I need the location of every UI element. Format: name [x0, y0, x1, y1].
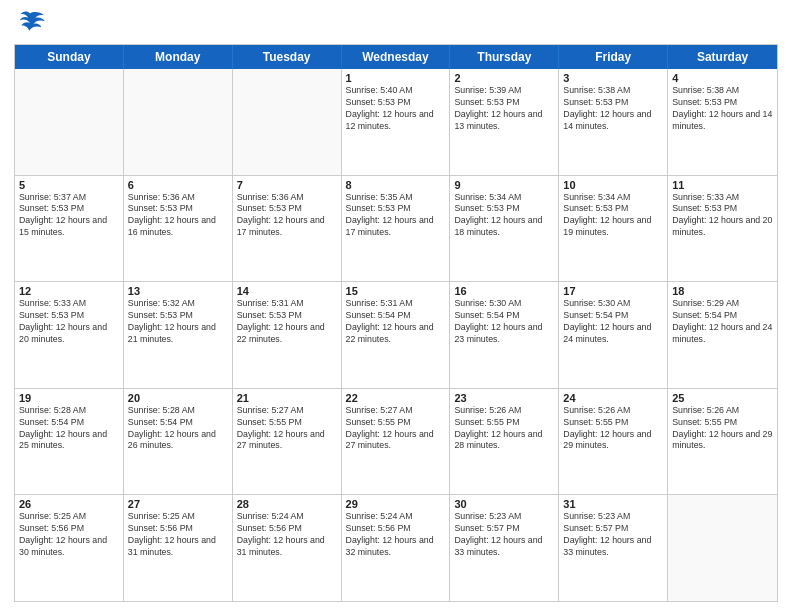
calendar-cell — [124, 69, 233, 175]
day-number: 19 — [19, 392, 119, 404]
calendar-cell: 18Sunrise: 5:29 AM Sunset: 5:54 PM Dayli… — [668, 282, 777, 388]
day-number: 1 — [346, 72, 446, 84]
calendar-cell: 28Sunrise: 5:24 AM Sunset: 5:56 PM Dayli… — [233, 495, 342, 601]
header-day-sunday: Sunday — [15, 45, 124, 69]
calendar-cell: 4Sunrise: 5:38 AM Sunset: 5:53 PM Daylig… — [668, 69, 777, 175]
day-info: Sunrise: 5:32 AM Sunset: 5:53 PM Dayligh… — [128, 298, 228, 346]
calendar-cell: 21Sunrise: 5:27 AM Sunset: 5:55 PM Dayli… — [233, 389, 342, 495]
header-day-thursday: Thursday — [450, 45, 559, 69]
calendar-cell: 17Sunrise: 5:30 AM Sunset: 5:54 PM Dayli… — [559, 282, 668, 388]
calendar-cell: 25Sunrise: 5:26 AM Sunset: 5:55 PM Dayli… — [668, 389, 777, 495]
day-info: Sunrise: 5:33 AM Sunset: 5:53 PM Dayligh… — [19, 298, 119, 346]
day-info: Sunrise: 5:25 AM Sunset: 5:56 PM Dayligh… — [19, 511, 119, 559]
calendar-cell — [15, 69, 124, 175]
day-number: 3 — [563, 72, 663, 84]
calendar-cell: 12Sunrise: 5:33 AM Sunset: 5:53 PM Dayli… — [15, 282, 124, 388]
logo-icon — [14, 10, 46, 36]
day-info: Sunrise: 5:38 AM Sunset: 5:53 PM Dayligh… — [672, 85, 773, 133]
day-number: 6 — [128, 179, 228, 191]
day-number: 26 — [19, 498, 119, 510]
day-info: Sunrise: 5:35 AM Sunset: 5:53 PM Dayligh… — [346, 192, 446, 240]
calendar-cell: 3Sunrise: 5:38 AM Sunset: 5:53 PM Daylig… — [559, 69, 668, 175]
day-info: Sunrise: 5:23 AM Sunset: 5:57 PM Dayligh… — [454, 511, 554, 559]
calendar-cell: 27Sunrise: 5:25 AM Sunset: 5:56 PM Dayli… — [124, 495, 233, 601]
day-info: Sunrise: 5:36 AM Sunset: 5:53 PM Dayligh… — [128, 192, 228, 240]
calendar-cell: 1Sunrise: 5:40 AM Sunset: 5:53 PM Daylig… — [342, 69, 451, 175]
day-info: Sunrise: 5:34 AM Sunset: 5:53 PM Dayligh… — [454, 192, 554, 240]
day-info: Sunrise: 5:26 AM Sunset: 5:55 PM Dayligh… — [563, 405, 663, 453]
day-number: 2 — [454, 72, 554, 84]
day-number: 5 — [19, 179, 119, 191]
day-number: 14 — [237, 285, 337, 297]
day-number: 4 — [672, 72, 773, 84]
calendar-cell: 30Sunrise: 5:23 AM Sunset: 5:57 PM Dayli… — [450, 495, 559, 601]
calendar-row-5: 26Sunrise: 5:25 AM Sunset: 5:56 PM Dayli… — [15, 495, 777, 601]
day-info: Sunrise: 5:29 AM Sunset: 5:54 PM Dayligh… — [672, 298, 773, 346]
calendar-cell: 6Sunrise: 5:36 AM Sunset: 5:53 PM Daylig… — [124, 176, 233, 282]
calendar-cell: 15Sunrise: 5:31 AM Sunset: 5:54 PM Dayli… — [342, 282, 451, 388]
day-number: 9 — [454, 179, 554, 191]
calendar-row-4: 19Sunrise: 5:28 AM Sunset: 5:54 PM Dayli… — [15, 389, 777, 496]
header-day-monday: Monday — [124, 45, 233, 69]
calendar-cell: 19Sunrise: 5:28 AM Sunset: 5:54 PM Dayli… — [15, 389, 124, 495]
calendar-row-1: 1Sunrise: 5:40 AM Sunset: 5:53 PM Daylig… — [15, 69, 777, 176]
day-info: Sunrise: 5:30 AM Sunset: 5:54 PM Dayligh… — [563, 298, 663, 346]
header-day-tuesday: Tuesday — [233, 45, 342, 69]
day-number: 20 — [128, 392, 228, 404]
day-info: Sunrise: 5:27 AM Sunset: 5:55 PM Dayligh… — [346, 405, 446, 453]
day-info: Sunrise: 5:25 AM Sunset: 5:56 PM Dayligh… — [128, 511, 228, 559]
day-info: Sunrise: 5:39 AM Sunset: 5:53 PM Dayligh… — [454, 85, 554, 133]
day-number: 18 — [672, 285, 773, 297]
calendar-cell: 11Sunrise: 5:33 AM Sunset: 5:53 PM Dayli… — [668, 176, 777, 282]
day-number: 24 — [563, 392, 663, 404]
calendar-cell: 14Sunrise: 5:31 AM Sunset: 5:53 PM Dayli… — [233, 282, 342, 388]
day-number: 31 — [563, 498, 663, 510]
day-info: Sunrise: 5:26 AM Sunset: 5:55 PM Dayligh… — [454, 405, 554, 453]
calendar-cell: 9Sunrise: 5:34 AM Sunset: 5:53 PM Daylig… — [450, 176, 559, 282]
day-info: Sunrise: 5:23 AM Sunset: 5:57 PM Dayligh… — [563, 511, 663, 559]
day-info: Sunrise: 5:27 AM Sunset: 5:55 PM Dayligh… — [237, 405, 337, 453]
calendar-cell: 10Sunrise: 5:34 AM Sunset: 5:53 PM Dayli… — [559, 176, 668, 282]
calendar-cell: 22Sunrise: 5:27 AM Sunset: 5:55 PM Dayli… — [342, 389, 451, 495]
day-number: 27 — [128, 498, 228, 510]
day-info: Sunrise: 5:24 AM Sunset: 5:56 PM Dayligh… — [346, 511, 446, 559]
day-number: 8 — [346, 179, 446, 191]
day-number: 23 — [454, 392, 554, 404]
calendar-cell — [668, 495, 777, 601]
day-info: Sunrise: 5:40 AM Sunset: 5:53 PM Dayligh… — [346, 85, 446, 133]
logo — [14, 10, 48, 36]
day-number: 25 — [672, 392, 773, 404]
day-number: 11 — [672, 179, 773, 191]
header-day-wednesday: Wednesday — [342, 45, 451, 69]
day-number: 21 — [237, 392, 337, 404]
day-info: Sunrise: 5:34 AM Sunset: 5:53 PM Dayligh… — [563, 192, 663, 240]
day-number: 22 — [346, 392, 446, 404]
calendar: SundayMondayTuesdayWednesdayThursdayFrid… — [14, 44, 778, 602]
day-number: 15 — [346, 285, 446, 297]
calendar-cell: 13Sunrise: 5:32 AM Sunset: 5:53 PM Dayli… — [124, 282, 233, 388]
calendar-body: 1Sunrise: 5:40 AM Sunset: 5:53 PM Daylig… — [15, 69, 777, 601]
day-info: Sunrise: 5:38 AM Sunset: 5:53 PM Dayligh… — [563, 85, 663, 133]
calendar-cell: 29Sunrise: 5:24 AM Sunset: 5:56 PM Dayli… — [342, 495, 451, 601]
day-info: Sunrise: 5:30 AM Sunset: 5:54 PM Dayligh… — [454, 298, 554, 346]
day-info: Sunrise: 5:36 AM Sunset: 5:53 PM Dayligh… — [237, 192, 337, 240]
day-number: 29 — [346, 498, 446, 510]
day-number: 10 — [563, 179, 663, 191]
header — [14, 10, 778, 36]
calendar-header: SundayMondayTuesdayWednesdayThursdayFrid… — [15, 45, 777, 69]
calendar-cell: 16Sunrise: 5:30 AM Sunset: 5:54 PM Dayli… — [450, 282, 559, 388]
day-number: 12 — [19, 285, 119, 297]
day-info: Sunrise: 5:28 AM Sunset: 5:54 PM Dayligh… — [128, 405, 228, 453]
day-info: Sunrise: 5:31 AM Sunset: 5:53 PM Dayligh… — [237, 298, 337, 346]
day-number: 13 — [128, 285, 228, 297]
day-info: Sunrise: 5:33 AM Sunset: 5:53 PM Dayligh… — [672, 192, 773, 240]
page: SundayMondayTuesdayWednesdayThursdayFrid… — [0, 0, 792, 612]
calendar-cell: 5Sunrise: 5:37 AM Sunset: 5:53 PM Daylig… — [15, 176, 124, 282]
calendar-cell — [233, 69, 342, 175]
day-info: Sunrise: 5:37 AM Sunset: 5:53 PM Dayligh… — [19, 192, 119, 240]
calendar-cell: 31Sunrise: 5:23 AM Sunset: 5:57 PM Dayli… — [559, 495, 668, 601]
day-info: Sunrise: 5:26 AM Sunset: 5:55 PM Dayligh… — [672, 405, 773, 453]
calendar-cell: 2Sunrise: 5:39 AM Sunset: 5:53 PM Daylig… — [450, 69, 559, 175]
calendar-cell: 20Sunrise: 5:28 AM Sunset: 5:54 PM Dayli… — [124, 389, 233, 495]
day-number: 28 — [237, 498, 337, 510]
